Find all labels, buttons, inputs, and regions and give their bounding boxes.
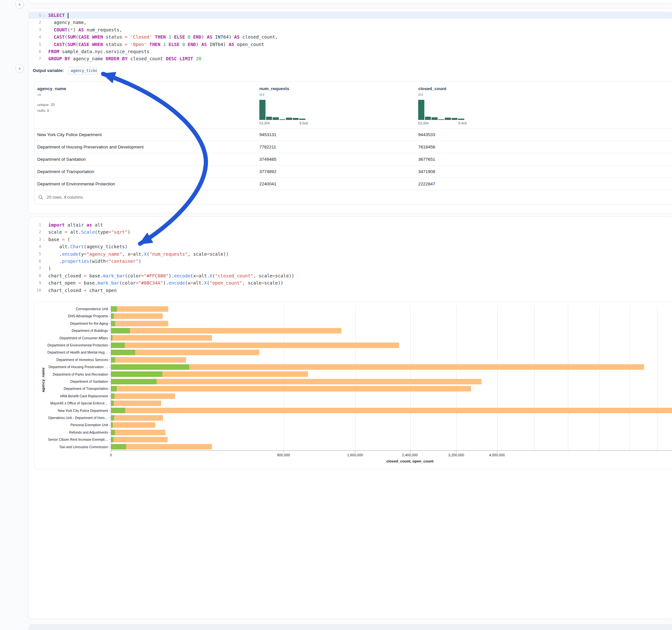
bar-closed_count — [111, 386, 471, 391]
bar-open_count — [111, 393, 115, 399]
code-line[interactable]: 2scale = alt.Scale(type="sqrt") — [29, 228, 672, 236]
table-row: Department of Housing Preservation and D… — [35, 141, 672, 153]
code-token — [193, 56, 196, 61]
code-line[interactable]: 1import altair as alt — [29, 221, 672, 228]
column-histogram — [259, 100, 305, 120]
code-line[interactable]: 10chart_closed + chart_open — [29, 287, 672, 294]
column-name: closed_count — [418, 86, 672, 91]
fold-spacer — [41, 258, 46, 265]
code-text: chart_closed = base.mark_bar(color="#FFC… — [48, 272, 294, 280]
line-number: 5 — [29, 41, 41, 48]
bar-closed_count — [111, 364, 644, 370]
gridline — [410, 305, 411, 451]
output-variable-label: Output variable: — [33, 68, 64, 73]
fold-caret-icon[interactable]: ⌄ — [41, 236, 46, 243]
code-token: = — [190, 280, 193, 286]
fold-spacer — [41, 19, 46, 26]
x-axis-tick-label: 0 — [110, 453, 112, 457]
y-tick — [109, 353, 111, 353]
code-line[interactable]: 3 COUNT(*) AS num_requests, — [29, 26, 672, 33]
code-token: ). — [169, 273, 174, 278]
y-axis-label: Department of Sanitation — [36, 378, 108, 385]
code-line[interactable]: 1⌄SELECT — [29, 12, 672, 19]
code-line[interactable]: 4 alt.Chart(agency_tickets) — [29, 243, 672, 250]
sql-code-editor[interactable]: 1⌄SELECT 2 agency_name,3 COUNT(*) AS num… — [29, 8, 672, 63]
code-line[interactable]: 9chart_open = base.mark_bar(color="#8BC3… — [29, 280, 672, 287]
code-token: base — [48, 237, 62, 242]
bar-open_count — [111, 371, 162, 377]
add-cell-button-top[interactable]: + — [15, 0, 24, 9]
bar-closed_count — [111, 379, 481, 384]
code-token: = — [125, 42, 127, 47]
add-cell-button-middle[interactable]: + — [15, 64, 24, 73]
y-tick — [109, 411, 111, 411]
y-tick — [109, 382, 111, 382]
code-token: alt. — [48, 244, 70, 249]
fold-spacer — [41, 272, 46, 280]
code-line[interactable]: 4 CAST(SUM(CASE WHEN status = 'Closed' T… — [29, 33, 672, 41]
code-line[interactable]: 7) — [29, 265, 672, 272]
output-variable-row: Output variable: agency_tickets — [33, 67, 97, 75]
histogram-bar — [273, 117, 279, 120]
bar-closed_count — [111, 422, 155, 428]
code-token: = — [84, 273, 87, 278]
y-axis-label: Department of Consumer Affairs — [36, 335, 108, 342]
code-token: SUM — [67, 42, 75, 47]
code-token: alt. — [193, 280, 204, 286]
x-tick — [355, 451, 355, 453]
table-cell: 7782211 — [259, 145, 418, 149]
code-token: altair — [65, 222, 87, 227]
code-token: import — [48, 222, 65, 227]
code-token: , scale — [188, 251, 207, 257]
sql-cell: 1⌄SELECT 2 agency_name,3 COUNT(*) AS num… — [28, 8, 672, 214]
code-token: CASE — [78, 34, 90, 40]
code-line[interactable]: 2 agency_name, — [29, 19, 672, 26]
code-line[interactable]: 6 .properties(width="container") — [29, 258, 672, 265]
code-token: ( — [65, 237, 70, 242]
line-number: 6 — [29, 48, 41, 55]
bar-open_count — [111, 415, 114, 421]
x-axis-tick-label: 800,000 — [277, 453, 290, 457]
table-cell: 2240041 — [259, 181, 418, 186]
code-text: alt.Chart(agency_tickets) — [48, 243, 127, 250]
code-line[interactable]: 3⌄base = ( — [29, 236, 672, 243]
code-token: "agency_name" — [87, 251, 122, 257]
code-line[interactable]: 5 .encode(y="agency_name", x=alt.X("num_… — [29, 250, 672, 258]
code-line[interactable]: 7GROUP BY agency_name ORDER BY closed_co… — [29, 55, 672, 62]
x-tick — [284, 451, 284, 453]
y-tick — [109, 367, 111, 367]
table-cell: 3749485 — [259, 157, 418, 162]
code-token: (width — [89, 259, 106, 264]
code-token: chart_open — [87, 288, 117, 293]
code-token: agency_name, — [48, 20, 87, 25]
x-tick — [111, 451, 111, 453]
column-type: str — [37, 93, 259, 97]
histogram-min: 53,304 — [418, 121, 429, 125]
bar-open_count — [111, 386, 117, 391]
column-header: num_requestsi6453,3049.5e6 — [259, 86, 418, 125]
line-number: 2 — [29, 19, 41, 26]
column-stats: unique: 20nulls: 0 — [37, 102, 259, 114]
bar-open_count — [111, 335, 113, 341]
code-token — [185, 34, 188, 40]
x-axis-tick-label: 2,400,000 — [402, 453, 418, 457]
code-line[interactable]: 5 CAST(SUM(CASE WHEN status = 'Open' THE… — [29, 41, 672, 48]
x-axis-title: closed_count, open_count — [386, 459, 434, 463]
code-line[interactable]: 6FROM sample_data.nyc.service_requests — [29, 48, 672, 55]
output-variable-chip[interactable]: agency_tickets — [68, 67, 97, 75]
code-token: X — [144, 251, 146, 257]
code-token — [185, 42, 188, 47]
python-code-editor[interactable]: 1import altair as alt2scale = alt.Scale(… — [29, 217, 672, 294]
histogram-bar — [431, 117, 438, 120]
code-token: alt. — [67, 229, 81, 235]
search-icon[interactable] — [38, 194, 44, 200]
code-token: AS — [201, 42, 207, 47]
fold-caret-icon[interactable]: ⌄ — [41, 12, 46, 19]
code-token: scale — [48, 229, 65, 235]
code-token: = — [125, 34, 127, 40]
code-line[interactable]: 8chart_closed = base.mark_bar(color="#FF… — [29, 272, 672, 280]
line-number: 4 — [29, 33, 41, 41]
code-token: ) — [48, 266, 51, 271]
code-token: . — [48, 251, 62, 257]
code-token: alt — [92, 222, 103, 227]
